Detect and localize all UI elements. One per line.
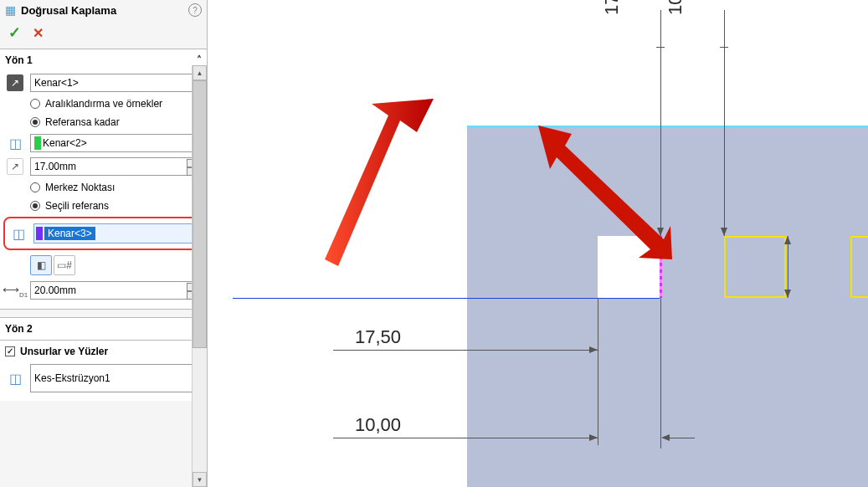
linear-pattern-icon: ▦ [5, 3, 16, 17]
radio-selected-reference[interactable] [30, 201, 40, 211]
section-features: Unsurlar ve Yüzler ˄ ◫ Kes-Ekstrüzyon1 [0, 340, 207, 401]
dimension-v-10-00: 10,00 [665, 0, 686, 15]
offset-mode-b-button[interactable]: ▭# [54, 255, 75, 275]
selected-reference-input-row: ◫ Kenar<3> [8, 222, 198, 245]
dim-h2-line-right [670, 438, 695, 438]
spacing-value-input[interactable]: 17.00mm ▲▼ [30, 157, 202, 176]
panel-title: Doğrusal Kaplama [21, 4, 183, 17]
dim-h1-ext2 [660, 298, 661, 449]
direction1-label: Yön 1 [5, 54, 33, 66]
upto-reference-input[interactable]: Kenar<2> [30, 134, 202, 152]
upto-reference-option-label: Referansa kadar [45, 116, 120, 128]
spacing-option-row[interactable]: Aralıklandırma ve örnekler [5, 95, 202, 113]
dim-v2-extline [724, 10, 725, 236]
panel-scrollbar[interactable]: ▲ ▼ [192, 65, 207, 487]
section-header-direction2[interactable]: Yön 2 ˅ [5, 321, 202, 336]
direction2-label: Yön 2 [5, 323, 33, 335]
direction1-reference-row: ↗ Kenar<1> [5, 71, 202, 95]
dimension-h-17-50: 17,50 [355, 326, 401, 348]
graphics-viewport[interactable]: 17,50 10,00 17,50 10,00 [208, 0, 868, 487]
dim-h2-ext1 [598, 356, 598, 445]
ok-button[interactable]: ✓ [8, 23, 21, 42]
part-body [467, 126, 868, 487]
dim-h1-arrow-right [589, 346, 598, 353]
upto-reference-option-row[interactable]: Referansa kadar [5, 113, 202, 131]
dim-yellow-arrow-up [784, 236, 791, 244]
offset-reference-buttons: ◧ ▭# [5, 252, 202, 279]
property-panel: ▦ Doğrusal Kaplama ? ✓ ✕ Yön 1 ˄ ↗ Kenar… [0, 0, 208, 487]
dimension-h-10-00: 10,00 [355, 414, 401, 436]
center-point-option-row[interactable]: Merkez Noktası [5, 178, 202, 197]
dim-v1-tickline [656, 47, 665, 48]
svg-marker-0 [325, 99, 434, 266]
offset-value-row: ⟷D1 20.00mm ▲▼ [5, 279, 202, 302]
chevron-up-icon: ˄ [197, 54, 202, 66]
pattern-preview-1 [724, 236, 786, 298]
section-direction2: Yön 2 ˅ [0, 317, 207, 340]
direction1-edge-value: Kenar<1> [34, 77, 79, 89]
dim-yellow-arrow-down [784, 290, 791, 298]
section-header-features[interactable]: Unsurlar ve Yüzler ˄ [5, 344, 202, 362]
dim-h2-line [333, 438, 598, 438]
dim-h2-arrow-left-end [661, 434, 670, 441]
features-list-input[interactable]: Kes-Ekstrüzyon1 [30, 364, 202, 392]
annotation-arrow-panel [241, 99, 434, 283]
selected-reference-value: Kenar<3> [44, 227, 95, 240]
dimension-v-17-50: 17,50 [601, 0, 623, 15]
features-label: Unsurlar ve Yüzler [20, 346, 108, 357]
pattern-preview-2 [850, 236, 868, 298]
selected-reference-option-row[interactable]: Seçili referans [5, 197, 202, 215]
direction1-edge-input[interactable]: Kenar<1> [30, 74, 202, 92]
offset-dimension-icon[interactable]: ⟷D1 [5, 280, 25, 300]
construction-line [233, 298, 660, 299]
confirm-row: ✓ ✕ [0, 18, 207, 49]
spacing-option-label: Aralıklandırma ve örnekler [45, 98, 162, 110]
offset-value-input[interactable]: 20.00mm ▲▼ [30, 281, 202, 300]
dim-h1-ext1 [598, 298, 598, 356]
dim-v1-arrow-down [657, 228, 664, 236]
highlighted-selection-row: ◫ Kenar<3> [3, 217, 203, 250]
selected-reference-input[interactable]: Kenar<3> [33, 223, 198, 244]
center-point-option-label: Merkez Noktası [45, 182, 115, 193]
purple-selection-chip [36, 227, 43, 240]
dim-v2-tickline [720, 47, 728, 48]
help-icon[interactable]: ? [188, 3, 202, 17]
section-gap [0, 309, 207, 317]
dim-v2-arrow-down [721, 228, 727, 236]
spacing-value: 17.00mm [34, 161, 76, 172]
radio-upto-reference[interactable] [30, 117, 40, 127]
radio-spacing[interactable] [30, 99, 40, 109]
reference-geometry-icon[interactable]: ◫ [5, 133, 25, 153]
scroll-up-button[interactable]: ▲ [193, 65, 207, 80]
dim-v1-extline [660, 10, 661, 236]
scroll-down-button[interactable]: ▼ [193, 472, 207, 487]
cancel-button[interactable]: ✕ [33, 25, 44, 41]
panel-header: ▦ Doğrusal Kaplama ? [0, 0, 207, 18]
feature-icon[interactable]: ◫ [5, 368, 25, 388]
cut-feature-seed [598, 236, 660, 298]
section-header-direction1[interactable]: Yön 1 ˄ [5, 53, 202, 71]
dim-yellow-extline [788, 236, 788, 298]
scroll-thumb[interactable] [193, 80, 207, 348]
upto-reference-value: Kenar<2> [43, 137, 87, 149]
features-item-row: ◫ Kes-Ekstrüzyon1 [5, 362, 202, 394]
green-selection-chip [34, 136, 41, 150]
spacing-value-row: ↗ 17.00mm ▲▼ [5, 155, 202, 178]
radio-center-point[interactable] [30, 182, 40, 192]
dim-h2-arrow-right [589, 434, 598, 441]
direction-arrow-icon[interactable]: ↗ [5, 73, 25, 93]
features-checkbox[interactable] [5, 346, 15, 356]
upto-reference-input-row: ◫ Kenar<2> [5, 131, 202, 155]
dim-h1-line [333, 350, 598, 351]
flip-direction-icon[interactable]: ↗ [5, 156, 25, 177]
section-direction1: Yön 1 ˄ ↗ Kenar<1> Aralıklandırma ve örn… [0, 49, 207, 309]
offset-value: 20.00mm [34, 285, 76, 296]
offset-mode-a-button[interactable]: ◧ [30, 255, 52, 275]
selected-reference-option-label: Seçili referans [45, 200, 109, 212]
selected-edge-marker [660, 236, 662, 298]
feature-item: Kes-Ekstrüzyon1 [34, 372, 110, 384]
reference-body-icon[interactable]: ◫ [8, 223, 28, 244]
